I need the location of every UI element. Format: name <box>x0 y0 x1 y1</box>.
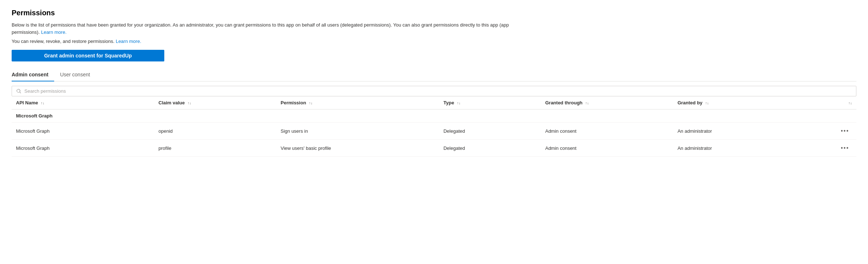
cell-permission: View users' basic profile <box>276 140 439 157</box>
consent-tabs: Admin consent User consent <box>12 69 856 81</box>
table-header-row: API Name ↑↓ Claim value ↑↓ Permission ↑↓… <box>12 96 856 109</box>
tab-user-consent[interactable]: User consent <box>60 69 96 81</box>
description-2: You can review, revoke, and restore perm… <box>12 39 114 44</box>
sort-icon-actions[interactable]: ↑↓ <box>848 101 852 105</box>
col-header-granted-by: Granted by ↑↓ <box>673 96 805 109</box>
cell-granted-through: Admin consent <box>541 123 673 140</box>
grant-admin-consent-button[interactable]: Grant admin consent for SquaredUp <box>12 50 164 61</box>
col-header-granted-through: Granted through ↑↓ <box>541 96 673 109</box>
permissions-table: API Name ↑↓ Claim value ↑↓ Permission ↑↓… <box>12 96 856 157</box>
col-header-api-name: API Name ↑↓ <box>12 96 154 109</box>
table-body: Microsoft Graph Microsoft Graph openid S… <box>12 109 856 157</box>
col-header-actions: ↑↓ <box>805 96 856 109</box>
search-input[interactable] <box>24 88 852 94</box>
review-text: You can review, revoke, and restore perm… <box>12 39 856 44</box>
row-more-button[interactable]: ••• <box>838 143 852 153</box>
table-row: Microsoft Graph openid Sign users in Del… <box>12 123 856 140</box>
cell-actions: ••• <box>805 123 856 140</box>
description-text: Below is the list of permissions that ha… <box>12 21 521 36</box>
description-1: Below is the list of permissions that ha… <box>12 22 509 35</box>
cell-type: Delegated <box>439 123 541 140</box>
cell-granted-by: An administrator <box>673 140 805 157</box>
row-more-button[interactable]: ••• <box>838 126 852 136</box>
sort-icon-api[interactable]: ↑↓ <box>41 101 44 105</box>
table-group-header: Microsoft Graph <box>12 109 856 123</box>
page-title: Permissions <box>12 9 856 17</box>
learn-more-link-1[interactable]: Learn more. <box>41 29 67 35</box>
cell-actions: ••• <box>805 140 856 157</box>
cell-permission: Sign users in <box>276 123 439 140</box>
sort-icon-granted-through[interactable]: ↑↓ <box>585 101 589 105</box>
cell-api-name: Microsoft Graph <box>12 140 154 157</box>
cell-granted-through: Admin consent <box>541 140 673 157</box>
cell-claim-value: profile <box>154 140 276 157</box>
sort-icon-type[interactable]: ↑↓ <box>457 101 461 105</box>
cell-api-name: Microsoft Graph <box>12 123 154 140</box>
col-header-claim-value: Claim value ↑↓ <box>154 96 276 109</box>
sort-icon-granted-by[interactable]: ↑↓ <box>705 101 709 105</box>
sort-icon-claim[interactable]: ↑↓ <box>188 101 191 105</box>
search-icon <box>16 89 21 94</box>
cell-type: Delegated <box>439 140 541 157</box>
cell-granted-by: An administrator <box>673 123 805 140</box>
table-row: Microsoft Graph profile View users' basi… <box>12 140 856 157</box>
learn-more-link-2[interactable]: Learn more. <box>116 39 141 44</box>
tab-admin-consent[interactable]: Admin consent <box>12 69 54 81</box>
search-container <box>12 86 856 96</box>
cell-claim-value: openid <box>154 123 276 140</box>
group-name: Microsoft Graph <box>12 109 856 123</box>
sort-icon-permission[interactable]: ↑↓ <box>309 101 313 105</box>
col-header-permission: Permission ↑↓ <box>276 96 439 109</box>
col-header-type: Type ↑↓ <box>439 96 541 109</box>
